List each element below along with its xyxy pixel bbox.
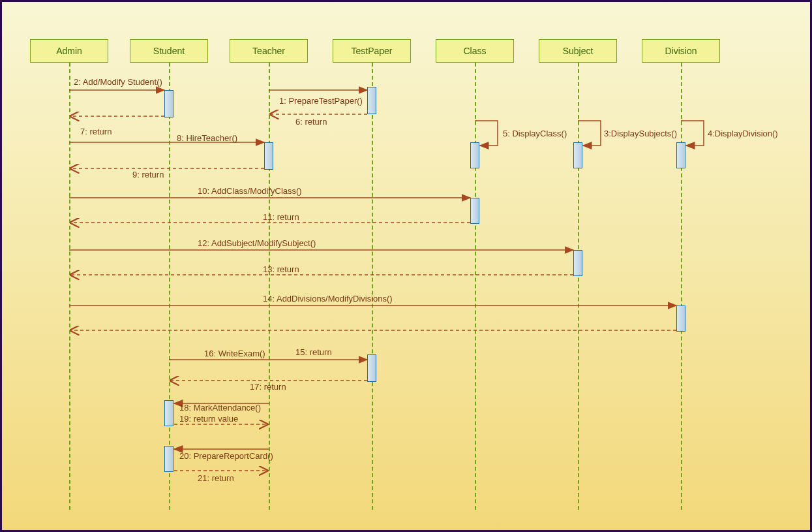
activation — [470, 142, 479, 168]
activation — [676, 142, 685, 168]
activation — [573, 250, 582, 276]
activation — [367, 87, 376, 114]
activation — [676, 305, 685, 332]
msg-label: 11: return — [263, 212, 299, 222]
lifeline-class — [475, 63, 476, 510]
activation — [164, 446, 173, 472]
msg-label: 4:DisplayDivision() — [708, 129, 778, 138]
participant-division: Division — [642, 39, 720, 63]
participant-student: Student — [130, 39, 208, 63]
participant-admin: Admin — [30, 39, 108, 63]
msg-label: 9: return — [132, 170, 164, 180]
msg-label: 12: AddSubject/ModifySubject() — [198, 238, 316, 248]
msg-label: 2: Add/Modify Student() — [74, 77, 162, 87]
activation — [164, 400, 173, 426]
msg-label: 15: return — [295, 347, 332, 357]
msg-label: 6: return — [295, 117, 327, 127]
msg-label: 14: AddDivisions/ModifyDivisions() — [263, 294, 393, 304]
msg-label: 20: PrepareReportCard() — [179, 451, 273, 461]
msg-label: 10: AddClass/ModifyClass() — [198, 186, 302, 196]
lifeline-student — [169, 63, 170, 510]
lifeline-subject — [578, 63, 579, 510]
msg-label: 16: WriteExam() — [204, 349, 265, 358]
participant-label: Student — [153, 46, 185, 56]
msg-label: 19: return value — [179, 414, 238, 424]
msg-label: 8: HireTeacher() — [177, 133, 237, 143]
msg-label: 5: DisplayClass() — [503, 129, 567, 138]
participant-label: Class — [463, 46, 486, 56]
msg-label: 18: MarkAttendance() — [179, 403, 261, 413]
participant-label: Division — [665, 46, 697, 56]
activation — [470, 198, 479, 224]
participant-label: Teacher — [252, 46, 285, 56]
lifeline-testpaper — [372, 63, 373, 510]
participant-label: Admin — [56, 46, 82, 56]
activation — [573, 142, 582, 168]
participant-class: Class — [436, 39, 514, 63]
lifeline-division — [681, 63, 682, 510]
participant-label: TestPaper — [351, 46, 392, 56]
msg-label: 21: return — [198, 473, 234, 483]
msg-label: 1: PrepareTestPaper() — [279, 96, 363, 106]
participant-label: Subject — [563, 46, 594, 56]
activation — [164, 90, 173, 117]
msg-label: 3:DisplaySubjects() — [604, 129, 677, 138]
participant-teacher: Teacher — [230, 39, 308, 63]
lifeline-teacher — [269, 63, 270, 510]
diagram-frame: Admin Student Teacher TestPaper Class Su… — [0, 0, 812, 532]
lifeline-admin — [69, 63, 70, 510]
participant-testpaper: TestPaper — [333, 39, 411, 63]
msg-label: 13: return — [263, 264, 299, 274]
msg-label: 17: return — [250, 382, 286, 392]
activation — [367, 354, 376, 382]
msg-label: 7: return — [80, 127, 112, 136]
activation — [264, 142, 273, 170]
participant-subject: Subject — [539, 39, 617, 63]
